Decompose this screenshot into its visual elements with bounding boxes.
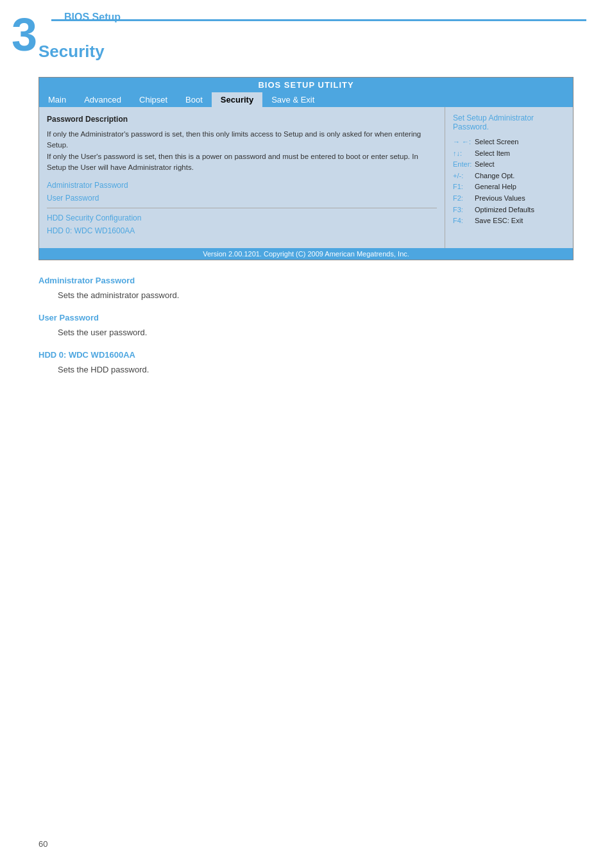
password-description-title: Password Description bbox=[47, 113, 437, 125]
bios-keys-section: → ←: Select Screen ↑↓: Select Item Enter… bbox=[453, 137, 565, 227]
bios-right-panel: Set Setup Administrator Password. → ←: S… bbox=[445, 107, 573, 248]
key-f3: F3: bbox=[453, 204, 472, 216]
page-number: 60 bbox=[38, 839, 47, 849]
bios-footer: Version 2.00.1201. Copyright (C) 2009 Am… bbox=[39, 248, 573, 260]
key-f1-desc: General Help bbox=[475, 181, 516, 193]
nav-chipset[interactable]: Chipset bbox=[130, 92, 176, 107]
key-f4: F4: bbox=[453, 215, 472, 227]
bios-setup-label: BIOS Setup bbox=[64, 12, 121, 23]
key-enter: Enter: bbox=[453, 159, 472, 171]
key-f3-desc: Optimized Defaults bbox=[475, 204, 534, 216]
admin-password-item[interactable]: Administrator Password bbox=[47, 179, 437, 191]
bios-divider bbox=[47, 208, 437, 208]
nav-save-exit[interactable]: Save & Exit bbox=[262, 92, 323, 107]
key-line-f2: F2: Previous Values bbox=[453, 193, 565, 204]
password-description-text: If only the Administrator's password is … bbox=[47, 129, 437, 173]
key-line-f3: F3: Optimized Defaults bbox=[453, 204, 565, 216]
chapter-number: 3 bbox=[12, 12, 37, 58]
key-line-change-opt: +/-: Change Opt. bbox=[453, 171, 565, 182]
key-select-screen-desc: Select Screen bbox=[475, 137, 518, 148]
nav-advanced[interactable]: Advanced bbox=[75, 92, 130, 107]
page-heading: Security bbox=[38, 42, 105, 62]
bios-content: Password Description If only the Adminis… bbox=[39, 107, 573, 248]
bios-keys: → ←: Select Screen ↑↓: Select Item Enter… bbox=[453, 137, 565, 227]
key-f4-desc: Save ESC: Exit bbox=[475, 215, 523, 227]
key-select-item-desc: Select Item bbox=[475, 148, 510, 160]
hdd-text: Sets the HDD password. bbox=[58, 365, 574, 374]
admin-password-heading: Administrator Password bbox=[38, 276, 574, 285]
key-line-f4: F4: Save ESC: Exit bbox=[453, 215, 565, 227]
nav-main[interactable]: Main bbox=[39, 92, 75, 107]
bios-left-panel: Password Description If only the Adminis… bbox=[39, 107, 445, 248]
bios-utility-box: BIOS SETUP UTILITY Main Advanced Chipset… bbox=[38, 77, 574, 260]
key-line-select-item: ↑↓: Select Item bbox=[453, 148, 565, 160]
nav-boot[interactable]: Boot bbox=[176, 92, 212, 107]
key-updown: ↑↓: bbox=[453, 148, 472, 160]
bios-nav-row: Main Advanced Chipset Boot Security Save… bbox=[39, 92, 573, 107]
key-line-select: Enter: Select bbox=[453, 159, 565, 171]
nav-security[interactable]: Security bbox=[212, 92, 262, 107]
hdd-heading: HDD 0: WDC WD1600AA bbox=[38, 350, 574, 360]
key-change-opt-desc: Change Opt. bbox=[475, 171, 514, 182]
key-arrows: → ←: bbox=[453, 137, 472, 148]
key-f2: F2: bbox=[453, 193, 472, 204]
key-f1: F1: bbox=[453, 181, 472, 193]
key-line-select-screen: → ←: Select Screen bbox=[453, 137, 565, 148]
user-password-item[interactable]: User Password bbox=[47, 192, 437, 204]
bios-title: BIOS SETUP UTILITY bbox=[39, 78, 573, 92]
user-password-text: Sets the user password. bbox=[58, 328, 574, 337]
key-plusminus: +/-: bbox=[453, 171, 472, 182]
key-select-desc: Select bbox=[475, 159, 495, 171]
key-f2-desc: Previous Values bbox=[475, 193, 525, 204]
top-bar bbox=[51, 19, 586, 21]
admin-password-text: Sets the administrator password. bbox=[58, 290, 574, 300]
hdd-item[interactable]: HDD 0: WDC WD1600AA bbox=[47, 225, 437, 237]
hdd-section-title: HDD Security Configuration bbox=[47, 212, 437, 224]
key-line-f1: F1: General Help bbox=[453, 181, 565, 193]
below-bios-content: Administrator Password Sets the administ… bbox=[38, 276, 574, 387]
user-password-heading: User Password bbox=[38, 313, 574, 322]
right-panel-top-text: Set Setup Administrator Password. bbox=[453, 113, 565, 131]
